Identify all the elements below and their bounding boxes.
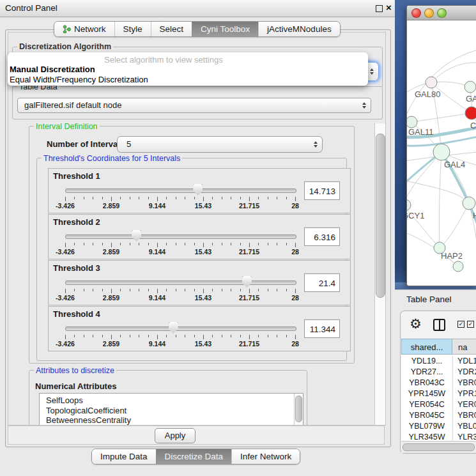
slider-tick-label: 9.144 (139, 340, 175, 348)
slider-thumb[interactable] (169, 322, 178, 334)
number-of-intervals-combobox[interactable]: 5 (117, 136, 323, 153)
network-node[interactable] (464, 81, 476, 93)
slider-tick (93, 197, 93, 199)
slider-tick (185, 335, 185, 337)
slider-tick (157, 289, 158, 293)
network-view-window[interactable]: GAL80GACGAL11GAL4GCY1HHAP2 (406, 5, 476, 286)
slider-tick (139, 289, 139, 291)
network-node[interactable] (407, 116, 417, 128)
table-row[interactable]: YPR145WYPR1 (401, 388, 476, 399)
column-select-icons[interactable]: ✓ ✓ (457, 321, 474, 328)
table-row[interactable]: YBR045CYBR0 (401, 410, 476, 421)
slider-tick-label: 15.43 (185, 248, 221, 256)
cell-shared-name: YBR043C (401, 378, 452, 388)
tab-select[interactable]: Select (151, 22, 192, 36)
close-window-icon[interactable] (411, 8, 421, 18)
slider-thumb[interactable] (132, 230, 141, 242)
list-scrollbar[interactable] (294, 394, 303, 426)
slider-tick (130, 289, 130, 291)
table-row[interactable]: YDR27...YDR2 (401, 367, 476, 378)
apply-button[interactable]: Apply (155, 428, 196, 443)
network-canvas[interactable]: GAL80GACGAL11GAL4GCY1HHAP2 (407, 20, 476, 286)
algorithm-dropdown-popup: Select algorithm to view settings Manual… (8, 52, 368, 86)
slider-tick (286, 243, 287, 245)
list-scrollbar-thumb[interactable] (295, 395, 302, 422)
tab-style[interactable]: Style (114, 22, 151, 36)
slider-tick (212, 197, 213, 199)
slider-thumb[interactable] (193, 184, 203, 196)
network-node[interactable] (407, 199, 411, 211)
gear-icon[interactable]: ⚙ (410, 316, 422, 332)
close-icon[interactable]: × (386, 2, 392, 13)
split-view-icon[interactable] (433, 319, 445, 331)
cell-name: YDL1 (452, 356, 476, 367)
tab-infer-network[interactable]: Infer Network (231, 449, 300, 464)
algorithm-option[interactable]: Manual Discretization (10, 65, 95, 74)
slider-thumb[interactable] (242, 276, 252, 288)
slider-tick (268, 335, 268, 337)
thresholds-group-title: Threshold's Coordinates for 5 Intervals (42, 154, 182, 163)
node-table[interactable]: shared...naYDL19...YDL1YDR27...YDR2YBR04… (401, 339, 476, 442)
tab-network[interactable]: Network (54, 22, 114, 36)
threshold-value-field[interactable]: 6.316 (304, 227, 340, 246)
slider-tick (111, 289, 112, 293)
threshold-value-field[interactable]: 14.713 (304, 181, 340, 200)
tab-discretize-data[interactable]: Discretize Data (156, 449, 232, 464)
slider-tick (84, 335, 84, 337)
network-node[interactable] (465, 107, 476, 119)
network-node[interactable] (463, 197, 475, 210)
slider-tick (212, 243, 213, 245)
slider-tick (295, 289, 296, 293)
slider-tick (203, 289, 204, 293)
cell-name: YBR0 (452, 410, 476, 421)
table-row[interactable]: YDL19...YDL1 (401, 356, 476, 367)
settings-scrollbar[interactable] (374, 123, 386, 425)
slider-track[interactable] (65, 326, 296, 331)
minimize-window-icon[interactable] (424, 8, 434, 18)
slider-tick (102, 335, 103, 337)
slider-tick (102, 243, 103, 245)
tab-impute-data[interactable]: Impute Data (92, 449, 156, 464)
slider-tick (120, 289, 121, 291)
tab-cyni-toolbox[interactable]: Cyni Toolbox (192, 22, 258, 36)
zoom-window-icon[interactable] (437, 8, 447, 18)
table-data-combobox[interactable]: galFiltered.sif default node (17, 98, 371, 113)
table-row[interactable]: YBR043CYBR0 (401, 378, 476, 388)
threshold-panel: Threshold 1-3.4262.8599.14415.4321.71528… (48, 168, 351, 213)
slider-tick (65, 197, 66, 201)
combo-arrows-icon (370, 68, 374, 75)
network-window-titlebar[interactable] (407, 6, 476, 20)
network-node-label: H (473, 211, 476, 220)
slider-track[interactable] (65, 234, 296, 239)
table-hscrollbar-thumb[interactable] (403, 443, 475, 451)
column-header-name[interactable]: na (452, 339, 476, 355)
float-window-icon[interactable] (376, 5, 383, 12)
slider-track[interactable] (65, 188, 296, 193)
threshold-label: Threshold 1 (53, 171, 100, 181)
slider-tick (157, 197, 158, 201)
slider-tick (277, 335, 277, 337)
table-row[interactable]: YBL079WYBL0 (401, 421, 476, 432)
attribute-list-item[interactable]: SelfLoops (46, 395, 83, 405)
slider-tick-label: 21.715 (231, 340, 267, 348)
tab-label: Discretize Data (165, 449, 224, 464)
slider-tick-label: 2.859 (93, 248, 129, 256)
column-header-shared-name[interactable]: shared... (401, 339, 452, 355)
interval-definition-title: Interval Definition (34, 122, 100, 131)
tab-jactivemnodules[interactable]: jActiveMNodules (258, 22, 340, 36)
settings-scrollbar-thumb[interactable] (376, 134, 385, 298)
threshold-value-field[interactable]: 21.4 (304, 273, 340, 292)
network-node[interactable] (433, 144, 450, 160)
network-node[interactable] (426, 77, 437, 88)
slider-tick-label: 9.144 (139, 294, 175, 302)
algorithm-option[interactable]: Equal Width/Frequency Discretization (10, 75, 148, 84)
network-node[interactable] (453, 261, 463, 272)
table-row[interactable]: YER054CYER0 (401, 399, 476, 410)
threshold-value-field[interactable]: 11.344 (304, 319, 340, 338)
attribute-list-item[interactable]: TopologicalCoefficient (46, 406, 127, 415)
attribute-list-item[interactable]: BetweennessCentrality (46, 415, 131, 425)
numerical-attributes-list[interactable]: SelfLoopsTopologicalCoefficientBetweenne… (39, 393, 303, 426)
slider-track[interactable] (65, 280, 296, 285)
cell-shared-name: YPR145W (401, 388, 452, 399)
control-panel-title: Control Panel (5, 3, 58, 13)
